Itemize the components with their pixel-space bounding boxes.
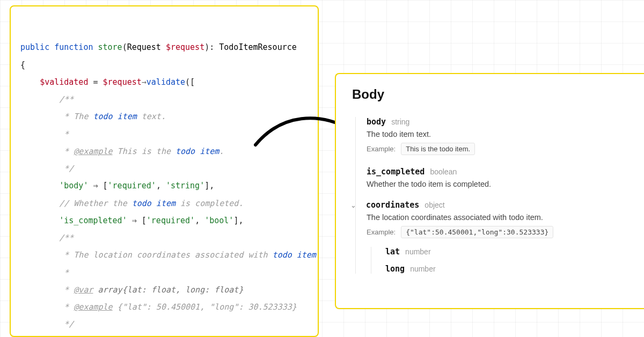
param-name: long (385, 264, 405, 274)
example-label: Example: (367, 228, 396, 236)
param-list: body string The todo item text. Example:… (355, 117, 632, 274)
param-body: body string The todo item text. Example:… (367, 117, 632, 155)
kw-public: public (20, 42, 49, 52)
param-desc: Whether the todo item is completed. (367, 180, 632, 188)
param-name: body (367, 117, 386, 127)
doc-panel: Body body string The todo item text. Exa… (335, 73, 644, 309)
tag-var: @var (74, 285, 93, 295)
param-name: coordinates (366, 200, 419, 210)
code-block: public function store(Request $request):… (20, 21, 308, 337)
param-desc: The todo item text. (367, 130, 632, 138)
param-type: number (405, 247, 430, 256)
tag-example: @example (74, 302, 112, 312)
var-request: $request (103, 77, 142, 87)
param-long: long number (385, 264, 632, 274)
param-type: object (425, 201, 444, 209)
param-name: is_completed (367, 167, 425, 177)
return-type: TodoItemResource (219, 42, 297, 52)
param-type: string (391, 118, 409, 126)
method-validate: validate (147, 77, 185, 87)
fn-name: store (98, 42, 122, 52)
nested-param-list: lat number long number (371, 247, 632, 274)
param-coordinates[interactable]: ⌄ coordinates object The location coordi… (367, 200, 632, 274)
tag-example: @example (74, 146, 112, 156)
param-var: $request (166, 42, 204, 52)
example-row: Example: {"lat":50.450001,"long":30.5233… (367, 226, 632, 238)
example-row: Example: This is the todo item. (367, 143, 632, 155)
param-name: lat (385, 247, 400, 257)
doc-title: Body (352, 87, 632, 102)
example-value: {"lat":50.450001,"long":30.523333} (401, 226, 553, 238)
example-value: This is the todo item. (401, 143, 475, 155)
param-type: boolean (430, 167, 457, 176)
param-is-completed: is_completed boolean Whether the todo it… (367, 167, 632, 188)
param-desc: The location coordinates associated with… (367, 213, 632, 222)
example-label: Example: (367, 145, 396, 153)
rule-body-key: 'body' (59, 181, 88, 191)
brace-open: { (20, 60, 25, 70)
chevron-down-icon[interactable]: ⌄ (350, 201, 356, 209)
param-type: number (410, 265, 435, 273)
rule-completed-key: 'is_completed' (59, 216, 127, 225)
code-panel: public function store(Request $request):… (10, 5, 319, 337)
kw-function: function (54, 42, 93, 52)
var-validated: $validated (40, 77, 88, 87)
param-type: Request (127, 42, 161, 52)
param-lat: lat number (385, 247, 632, 257)
